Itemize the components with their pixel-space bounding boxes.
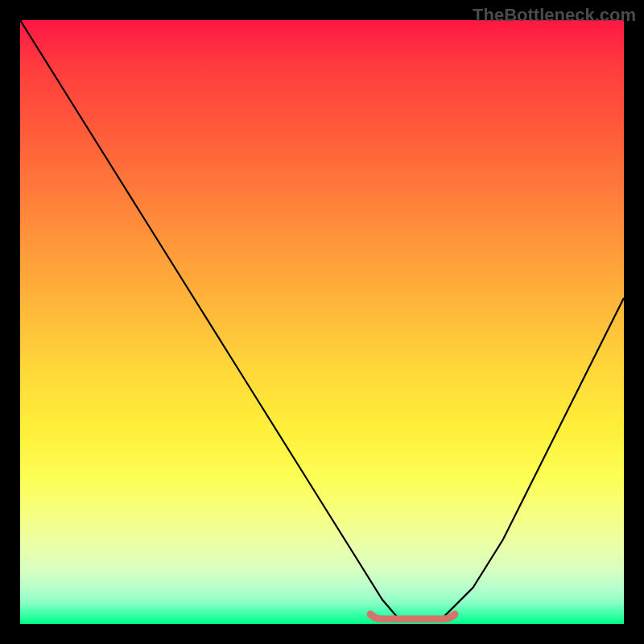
optimal-range-marker bbox=[370, 614, 455, 619]
chart-plot-area bbox=[20, 20, 624, 624]
bottleneck-curve-line bbox=[20, 20, 624, 621]
watermark-text: TheBottleneck.com bbox=[473, 5, 636, 26]
chart-svg bbox=[20, 20, 624, 624]
